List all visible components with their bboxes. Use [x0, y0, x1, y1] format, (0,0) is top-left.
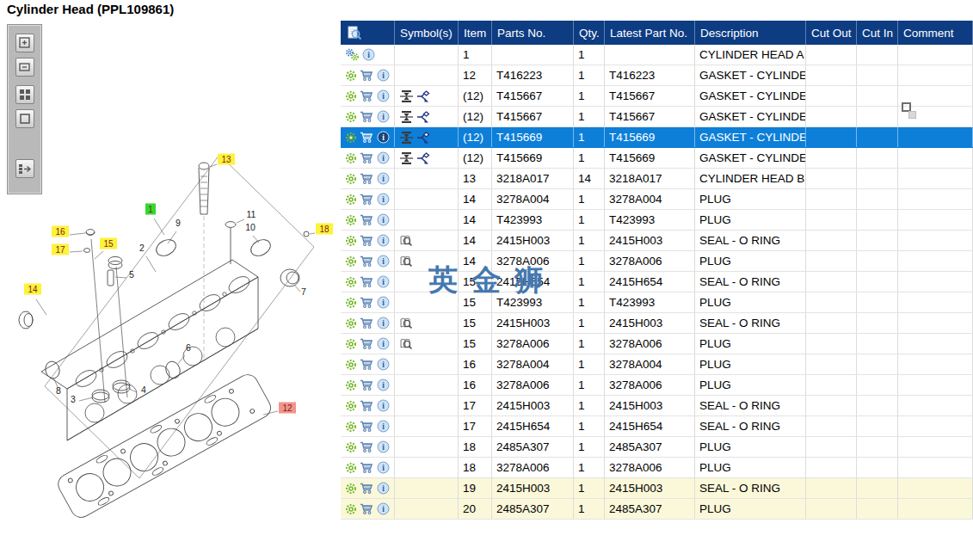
table-row[interactable]: i143278A00613278A006PLUG	[341, 251, 973, 272]
table-row[interactable]: i152415H00312415H003SEAL - O RING	[341, 313, 973, 334]
gear-icon[interactable]	[345, 379, 357, 391]
table-row[interactable]: i(12)T4156691T415669GASKET - CYLINDE	[341, 127, 973, 148]
gears-pair-icon[interactable]	[345, 48, 360, 61]
diagram-callout-12[interactable]: 12	[279, 403, 296, 414]
gear-icon[interactable]	[345, 317, 357, 329]
cart-icon[interactable]	[360, 461, 374, 474]
info-icon[interactable]: i	[377, 255, 390, 268]
table-row[interactable]: i182485A30712485A307PLUG	[341, 437, 973, 458]
cart-icon[interactable]	[360, 378, 374, 391]
diagram-callout-8[interactable]: 8	[56, 385, 61, 396]
gear-icon[interactable]	[345, 462, 357, 474]
cart-icon[interactable]	[360, 255, 374, 268]
diagram-callout-7[interactable]: 7	[301, 286, 306, 297]
info-icon[interactable]: i	[377, 399, 390, 412]
table-row[interactable]: i(12)T4156671T415667GASKET - CYLINDE	[341, 86, 973, 107]
table-row[interactable]: i163278A00413278A004PLUG	[341, 354, 973, 375]
diagram-callout-15[interactable]: 15	[100, 238, 117, 249]
gear-icon[interactable]	[345, 421, 357, 433]
cart-icon[interactable]	[360, 172, 374, 185]
table-row[interactable]: i143278A00413278A004PLUG	[341, 189, 973, 210]
gear-icon[interactable]	[345, 70, 357, 82]
info-icon[interactable]: i	[377, 502, 390, 515]
toggle-panel-button[interactable]	[15, 159, 34, 178]
diagram-callout-10[interactable]: 10	[245, 222, 256, 232]
cart-icon[interactable]	[360, 296, 374, 309]
table-row[interactable]: i12T4162231T416223GASKET - CYLINDE	[341, 65, 973, 86]
cart-icon[interactable]	[360, 317, 374, 329]
info-icon[interactable]: i	[377, 193, 390, 206]
diagram-callout-5[interactable]: 5	[129, 269, 134, 280]
gear-icon[interactable]	[345, 255, 357, 268]
diagram-callout-13[interactable]: 13	[218, 154, 235, 165]
info-icon[interactable]: i	[377, 89, 390, 102]
cart-icon[interactable]	[360, 275, 374, 288]
gear-icon[interactable]	[345, 297, 357, 309]
table-row[interactable]: i172415H00312415H003SEAL - O RING	[341, 396, 973, 416]
gear-icon[interactable]	[345, 441, 357, 453]
zoom-in-button[interactable]	[15, 34, 34, 52]
info-icon[interactable]: i	[362, 48, 375, 61]
info-icon[interactable]: i	[377, 378, 390, 391]
table-row[interactable]: i15T4239931T423993PLUG	[341, 292, 973, 313]
gear-icon[interactable]	[345, 111, 357, 123]
table-row[interactable]: i192415H00312415H003SEAL - O RING	[341, 478, 973, 499]
cart-icon[interactable]	[360, 89, 374, 102]
gear-icon[interactable]	[345, 194, 357, 206]
diagram-callout-17[interactable]: 17	[52, 244, 69, 255]
info-icon[interactable]: i	[377, 317, 390, 329]
info-icon[interactable]: i	[377, 440, 390, 453]
info-icon[interactable]: i	[377, 172, 390, 185]
catalog-lookup-icon[interactable]	[399, 234, 414, 248]
cart-icon[interactable]	[360, 110, 374, 123]
gear-icon[interactable]	[345, 338, 357, 350]
cart-icon[interactable]	[360, 193, 374, 206]
catalog-lookup-icon[interactable]	[399, 317, 414, 330]
diagram-callout-18[interactable]: 18	[316, 224, 333, 235]
diagram-callout-9[interactable]: 9	[176, 218, 181, 228]
diagram-callout-6[interactable]: 6	[186, 342, 191, 353]
diagram-callout-1[interactable]: 1	[145, 204, 156, 215]
gear-icon[interactable]	[345, 90, 357, 102]
table-row[interactable]: i172415H65412415H654SEAL - O RING	[341, 416, 973, 437]
table-row[interactable]: i202485A30712485A307PLUG	[341, 499, 973, 520]
diagram-callout-11[interactable]: 11	[247, 209, 256, 219]
gear-icon[interactable]	[345, 173, 357, 185]
fit-view-button[interactable]	[15, 109, 34, 128]
info-icon[interactable]: i	[377, 131, 390, 144]
table-row[interactable]: i142415H00312415H003SEAL - O RING	[341, 231, 973, 251]
cart-icon[interactable]	[360, 213, 374, 226]
gear-icon[interactable]	[345, 276, 357, 288]
diagram-callout-2[interactable]: 2	[139, 243, 145, 253]
info-icon[interactable]: i	[377, 296, 390, 309]
cart-icon[interactable]	[360, 440, 374, 453]
table-row[interactable]: i11CYLINDER HEAD A	[341, 45, 973, 65]
zoom-out-button[interactable]	[15, 58, 34, 77]
cart-icon[interactable]	[360, 482, 374, 495]
tile-view-button[interactable]	[15, 85, 34, 104]
cart-icon[interactable]	[360, 399, 374, 412]
table-row[interactable]: i14T4239931T423993PLUG	[341, 210, 973, 231]
gear-icon[interactable]	[345, 152, 357, 164]
gear-icon[interactable]	[345, 235, 357, 247]
info-icon[interactable]: i	[377, 358, 390, 371]
gear-icon[interactable]	[345, 483, 357, 495]
table-row[interactable]: i(12)T4156671T415667GASKET - CYLINDE	[341, 107, 973, 127]
info-icon[interactable]: i	[377, 213, 390, 226]
info-icon[interactable]: i	[377, 275, 390, 288]
info-icon[interactable]: i	[377, 110, 390, 123]
info-icon[interactable]: i	[377, 420, 390, 433]
info-icon[interactable]: i	[377, 151, 390, 164]
gear-icon[interactable]	[345, 214, 357, 226]
info-icon[interactable]: i	[377, 337, 390, 350]
diagram-callout-16[interactable]: 16	[52, 226, 69, 237]
gear-icon[interactable]	[345, 503, 357, 515]
gear-icon[interactable]	[345, 400, 357, 412]
table-row[interactable]: i163278A00613278A006PLUG	[341, 375, 973, 396]
cart-icon[interactable]	[360, 358, 374, 371]
diagram-callout-14[interactable]: 14	[24, 284, 41, 295]
gear-icon[interactable]	[345, 132, 357, 144]
info-icon[interactable]: i	[377, 482, 390, 495]
diagram-callout-3[interactable]: 3	[71, 394, 76, 404]
cart-icon[interactable]	[360, 337, 374, 350]
